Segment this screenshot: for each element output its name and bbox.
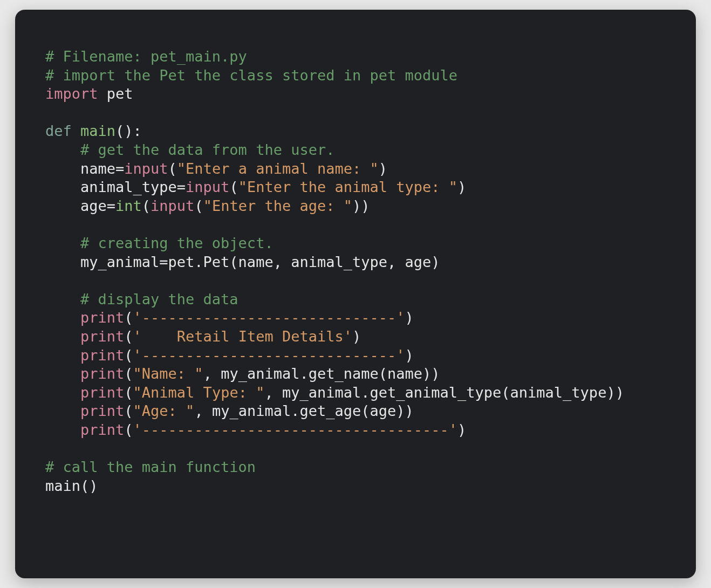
- comment-line: # Filename: pet_main.py: [45, 48, 247, 65]
- comment-line: # call the main function: [45, 459, 256, 475]
- keyword-def: def: [45, 122, 72, 139]
- punct: (: [124, 309, 133, 326]
- code-text: [45, 365, 80, 382]
- comment-line: # import the Pet the class stored in pet…: [45, 67, 457, 84]
- code-text: animal_type=: [45, 179, 186, 195]
- punct: ): [457, 179, 466, 195]
- string-literal: '-----------------------------------': [133, 421, 457, 438]
- builtin-print: print: [80, 384, 124, 401]
- punct: (: [194, 197, 203, 214]
- comment-line: # creating the object.: [45, 235, 274, 251]
- code-text: [45, 402, 80, 419]
- code-text: [45, 347, 80, 364]
- string-literal: ' Retail Item Details': [133, 328, 352, 345]
- code-text: [45, 309, 80, 326]
- punct: (: [124, 365, 133, 382]
- punct: (: [124, 421, 133, 438]
- builtin-print: print: [80, 365, 124, 382]
- string-literal: "Animal Type: ": [133, 384, 265, 401]
- punct: ): [352, 328, 361, 345]
- code-text: [45, 384, 80, 401]
- builtin-int: int: [115, 197, 142, 214]
- code-text: , my_animal.get_animal_type(animal_type)…: [264, 384, 624, 401]
- code-text: [45, 328, 80, 345]
- python-code: # Filename: pet_main.py # import the Pet…: [15, 10, 696, 495]
- comment-line: # get the data from the user.: [45, 141, 334, 158]
- punct: ): [405, 347, 414, 364]
- string-literal: "Enter the age: ": [203, 197, 352, 214]
- punct: (: [124, 402, 133, 419]
- function-name: main: [72, 122, 115, 139]
- code-text: my_animal=pet.Pet(name, animal_type, age…: [45, 254, 440, 270]
- string-literal: '-----------------------------': [133, 347, 405, 364]
- string-literal: "Enter a animal name: ": [177, 160, 379, 177]
- builtin-input: input: [186, 179, 229, 195]
- string-literal: "Enter the animal type: ": [238, 179, 457, 195]
- punct: ): [379, 160, 387, 177]
- punct: (: [142, 197, 151, 214]
- builtin-print: print: [80, 328, 124, 345]
- punct: )): [352, 197, 370, 214]
- string-literal: '-----------------------------': [133, 309, 405, 326]
- code-text: , my_animal.get_name(name)): [203, 365, 440, 382]
- code-text: main(): [45, 477, 98, 494]
- builtin-print: print: [80, 421, 124, 438]
- keyword-import: import: [45, 85, 98, 102]
- punct: (: [124, 347, 133, 364]
- punct: (: [124, 328, 133, 345]
- builtin-print: print: [80, 309, 124, 326]
- punct: (: [229, 179, 238, 195]
- string-literal: "Name: ": [133, 365, 203, 382]
- code-text: [45, 421, 80, 438]
- punct: (: [124, 384, 133, 401]
- punct: (: [168, 160, 177, 177]
- comment-line: # display the data: [45, 291, 238, 307]
- punct: ): [405, 309, 414, 326]
- builtin-input: input: [151, 197, 194, 214]
- builtin-input: input: [124, 160, 168, 177]
- builtin-print: print: [80, 402, 124, 419]
- punct: ): [457, 421, 466, 438]
- string-literal: "Age: ": [133, 402, 195, 419]
- code-block: # Filename: pet_main.py # import the Pet…: [15, 10, 696, 578]
- builtin-print: print: [80, 347, 124, 364]
- code-text: age=: [45, 197, 115, 214]
- module-name: pet: [98, 85, 133, 102]
- code-text: name=: [45, 160, 124, 177]
- punct: ():: [115, 122, 142, 139]
- code-text: , my_animal.get_age(age)): [194, 402, 413, 419]
